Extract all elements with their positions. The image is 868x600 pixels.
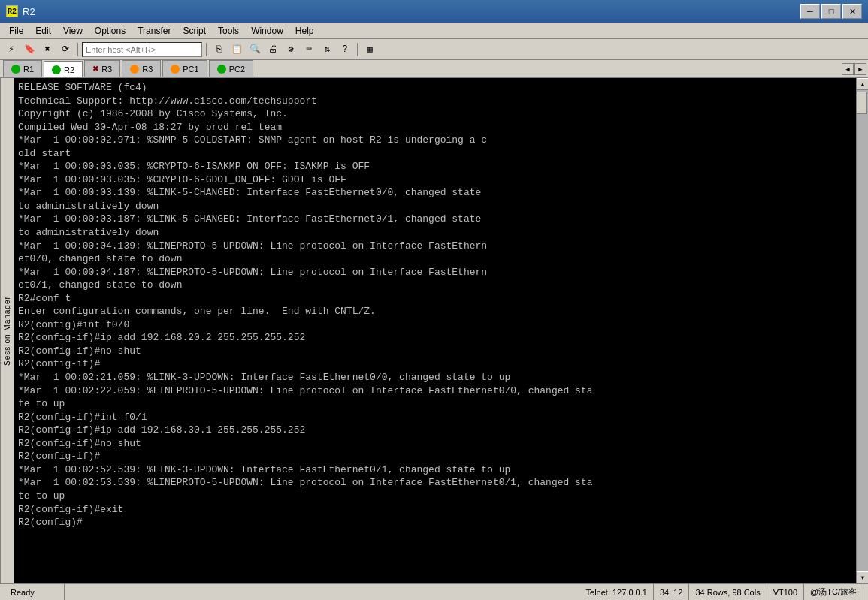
menu-item-transfer[interactable]: Transfer	[132, 24, 177, 38]
toolbar-sftp-btn[interactable]: ⇅	[319, 41, 335, 58]
title-bar-left: R2 R2	[6, 5, 35, 17]
tab-label-r1: R1	[23, 65, 34, 74]
tab-indicator-r1	[11, 65, 20, 74]
tab-prev-button[interactable]: ◀	[842, 63, 854, 75]
menu-item-window[interactable]: Window	[245, 24, 289, 38]
status-ready: Ready	[5, 584, 65, 600]
tab-error-r3: ✖	[92, 65, 98, 73]
tab-r2[interactable]: R2	[44, 61, 83, 77]
main-area: Session Manager RELEASE SOFTWARE (fc4) T…	[0, 78, 868, 583]
tab-navigation: ◀ ▶	[842, 63, 866, 75]
menu-item-file[interactable]: File	[3, 24, 29, 38]
status-dimensions: 34 Rows, 98 Cols	[689, 584, 767, 600]
toolbar-print-btn[interactable]: 🖨	[265, 41, 281, 58]
toolbar-open-btn[interactable]: 🔖	[21, 41, 38, 58]
tab-label-r3-err: R3	[101, 65, 112, 74]
menu-item-script[interactable]: Script	[177, 24, 212, 38]
session-manager-label: Session Manager	[0, 78, 14, 583]
minimize-button[interactable]: ─	[800, 4, 820, 19]
maximize-button[interactable]: □	[821, 4, 841, 19]
toolbar-scripting-btn[interactable]: ▦	[361, 41, 378, 58]
toolbar-find-btn[interactable]: 🔍	[246, 41, 263, 58]
toolbar-clone-btn[interactable]: ⟳	[57, 41, 74, 58]
tab-indicator-pc2	[217, 65, 226, 74]
tab-label-r2: R2	[64, 65, 74, 74]
toolbar-separator-1	[77, 43, 78, 56]
tab-label-pc2: PC2	[229, 65, 245, 74]
scroll-thumb[interactable]	[857, 92, 867, 114]
toolbar-help-btn[interactable]: ?	[337, 41, 353, 58]
tab-r3-err[interactable]: ✖ R3	[84, 60, 120, 77]
menu-item-edit[interactable]: Edit	[29, 24, 57, 38]
tab-pc2[interactable]: PC2	[209, 60, 253, 77]
host-input[interactable]	[82, 42, 202, 57]
toolbar-keymap-btn[interactable]: ⌨	[301, 41, 317, 58]
tab-indicator-r3	[130, 65, 139, 74]
scroll-up-button[interactable]: ▲	[857, 78, 868, 90]
scroll-track	[857, 90, 868, 571]
status-bar: Ready Telnet: 127.0.0.1 34, 12 34 Rows, …	[0, 583, 868, 600]
menu-item-tools[interactable]: Tools	[212, 24, 245, 38]
menu-item-options[interactable]: Options	[89, 24, 132, 38]
tab-r1[interactable]: R1	[3, 60, 42, 77]
status-cursor: 34, 12	[654, 584, 690, 600]
terminal-output[interactable]: RELEASE SOFTWARE (fc4) Technical Support…	[14, 78, 856, 583]
toolbar-close-btn[interactable]: ✖	[39, 41, 56, 58]
toolbar-separator-3	[357, 43, 358, 56]
status-telnet: Telnet: 127.0.0.1	[580, 584, 654, 600]
toolbar-paste-btn[interactable]: 📋	[228, 41, 245, 58]
title-bar: R2 R2 ─ □ ✕	[0, 0, 868, 23]
tab-pc1[interactable]: PC1	[162, 60, 207, 77]
scrollbar[interactable]: ▲ ▼	[856, 78, 868, 583]
window-controls: ─ □ ✕	[800, 4, 862, 19]
tab-label-r3: R3	[142, 65, 153, 74]
scroll-down-button[interactable]: ▼	[857, 571, 868, 583]
tab-next-button[interactable]: ▶	[854, 63, 866, 75]
menu-item-help[interactable]: Help	[289, 24, 320, 38]
menu-item-view[interactable]: View	[57, 24, 89, 38]
tab-indicator-pc1	[171, 65, 180, 74]
menu-bar: FileEditViewOptionsTransferScriptToolsWi…	[0, 23, 868, 39]
toolbar-settings-btn[interactable]: ⚙	[283, 41, 299, 58]
toolbar-separator-2	[206, 43, 207, 56]
tab-r3[interactable]: R3	[122, 60, 161, 77]
status-encoding: VT100	[767, 584, 804, 600]
status-extra: @汤TC/旅客	[804, 584, 863, 600]
toolbar: ⚡ 🔖 ✖ ⟳ ⎘ 📋 🔍 🖨 ⚙ ⌨ ⇅ ? ▦	[0, 39, 868, 60]
window-title: R2	[23, 6, 35, 17]
close-button[interactable]: ✕	[842, 4, 862, 19]
tabs-area: R1 R2 ✖ R3 R3 PC1 PC2 ◀ ▶	[0, 60, 868, 78]
toolbar-copy-btn[interactable]: ⎘	[210, 41, 227, 58]
app-icon: R2	[6, 5, 18, 17]
tab-label-pc1: PC1	[183, 65, 198, 74]
tab-indicator-r2	[52, 65, 61, 74]
toolbar-new-btn[interactable]: ⚡	[3, 41, 20, 58]
